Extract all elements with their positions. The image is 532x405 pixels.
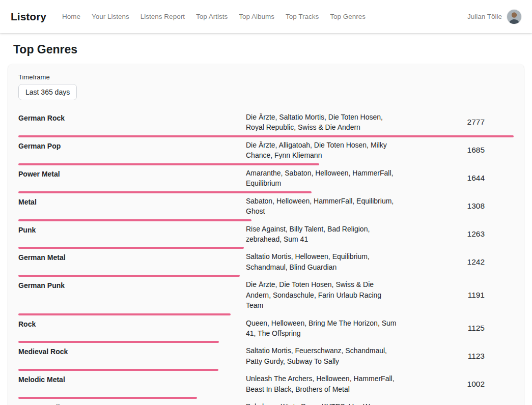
genre-name: Metal [18,196,246,207]
genre-artists: Sabaton, Helloween, HammerFall, Equilibr… [246,196,399,217]
genre-artists: Rise Against, Billy Talent, Bad Religion… [246,224,399,245]
user-name: Julian Tölle [467,13,502,20]
genre-name: German Rock [18,112,246,123]
genre-artists: Amaranthe, Sabaton, Helloween, HammerFal… [246,168,399,189]
nav-link-top-albums[interactable]: Top Albums [233,9,280,24]
genre-row: German Pop Die Ärzte, Alligatoah, Die To… [18,137,514,165]
main-content: Top Genres Timeframe Last 365 days Germa… [0,43,532,405]
genre-row-main: Punk Rise Against, Billy Talent, Bad Rel… [18,224,514,245]
timeframe-label: Timeframe [18,73,514,81]
nav-link-your-listens[interactable]: Your Listens [86,9,135,24]
genre-row: Metal Sabaton, Helloween, HammerFall, Eq… [18,193,514,221]
genre-count: 1308 [399,201,514,211]
genre-row-main: Medieval Rock Saltatio Mortis, Feuerschw… [18,345,514,366]
genre-artists: Die Ärzte, Die Toten Hosen, Swiss & Die … [246,279,399,310]
genre-row: German Rock Die Ärzte, Saltatio Mortis, … [18,109,514,137]
genre-count: 1125 [399,324,514,333]
genre-name: German Indie [18,401,246,405]
timeframe-control: Timeframe Last 365 days [18,73,514,100]
genre-name: German Metal [18,251,246,263]
genre-artists: Die Ärzte, Alligatoah, Die Toten Hosen, … [246,140,399,161]
genre-row: German Indie Bukahara, Käptn Peng, KYTES… [18,399,514,405]
genre-row: Power Metal Amaranthe, Sabaton, Hellowee… [18,165,514,193]
user-avatar[interactable] [507,10,521,24]
top-genres-card: Timeframe Last 365 days German Rock Die … [8,64,524,405]
timeframe-select[interactable]: Last 365 days [18,84,77,100]
genre-name: German Punk [18,279,246,291]
genre-count: 1002 [399,380,514,389]
genre-count: 1123 [399,352,514,361]
nav-link-listens-report[interactable]: Listens Report [135,9,190,24]
genre-row-main: German Pop Die Ärzte, Alligatoah, Die To… [18,140,514,161]
genre-row-main: German Rock Die Ärzte, Saltatio Mortis, … [18,112,514,133]
genre-row: Melodic Metal Unleash The Archers, Hello… [18,371,514,399]
genre-artists: Saltatio Mortis, Helloween, Equilibrium,… [246,251,399,272]
nav-link-top-artists[interactable]: Top Artists [190,9,233,24]
app-logo[interactable]: Listory [11,11,46,23]
genre-name: Melodic Metal [18,373,246,385]
page-title: Top Genres [13,43,524,56]
genre-artists: Queen, Helloween, Bring Me The Horizon, … [246,318,399,339]
genre-count: 1685 [399,146,514,155]
genre-row-main: German Metal Saltatio Mortis, Helloween,… [18,251,514,272]
genre-artists: Bukahara, Käptn Peng, KYTES, Von Wegen L… [246,401,399,405]
genre-artists: Die Ärzte, Saltatio Mortis, Die Toten Ho… [246,112,399,133]
genre-row-main: German Punk Die Ärzte, Die Toten Hosen, … [18,279,514,310]
genre-row: Punk Rise Against, Billy Talent, Bad Rel… [18,221,514,249]
genre-count: 1242 [399,257,514,267]
genre-row: German Metal Saltatio Mortis, Helloween,… [18,249,514,277]
genre-row-main: Melodic Metal Unleash The Archers, Hello… [18,373,514,394]
genre-name: Punk [18,224,246,235]
genre-row-main: Metal Sabaton, Helloween, HammerFall, Eq… [18,196,514,217]
genre-row-main: German Indie Bukahara, Käptn Peng, KYTES… [18,401,514,405]
genre-row: German Punk Die Ärzte, Die Toten Hosen, … [18,277,514,315]
genre-count: 1191 [399,291,514,300]
genre-name: Rock [18,318,246,329]
nav-links: Home Your Listens Listens Report Top Art… [57,9,467,24]
genre-row: Medieval Rock Saltatio Mortis, Feuerschw… [18,343,514,371]
genre-row-main: Power Metal Amaranthe, Sabaton, Hellowee… [18,168,514,189]
genre-count: 1644 [399,173,514,183]
genre-name: Power Metal [18,168,246,179]
nav-link-home[interactable]: Home [57,9,86,24]
genre-artists: Saltatio Mortis, Feuerschwanz, Schandmau… [246,345,399,366]
genre-artists: Unleash The Archers, Helloween, HammerFa… [246,373,399,394]
genre-table: German Rock Die Ärzte, Saltatio Mortis, … [18,109,514,405]
genre-row: Rock Queen, Helloween, Bring Me The Hori… [18,315,514,343]
genre-count: 2777 [399,118,514,127]
genre-name: German Pop [18,140,246,151]
user-menu[interactable]: Julian Tölle [467,10,521,24]
genre-count: 1263 [399,229,514,239]
nav-link-top-genres[interactable]: Top Genres [324,9,371,24]
genre-row-main: Rock Queen, Helloween, Bring Me The Hori… [18,318,514,339]
top-navbar: Listory Home Your Listens Listens Report… [0,0,532,33]
genre-name: Medieval Rock [18,345,246,357]
nav-link-top-tracks[interactable]: Top Tracks [280,9,324,24]
